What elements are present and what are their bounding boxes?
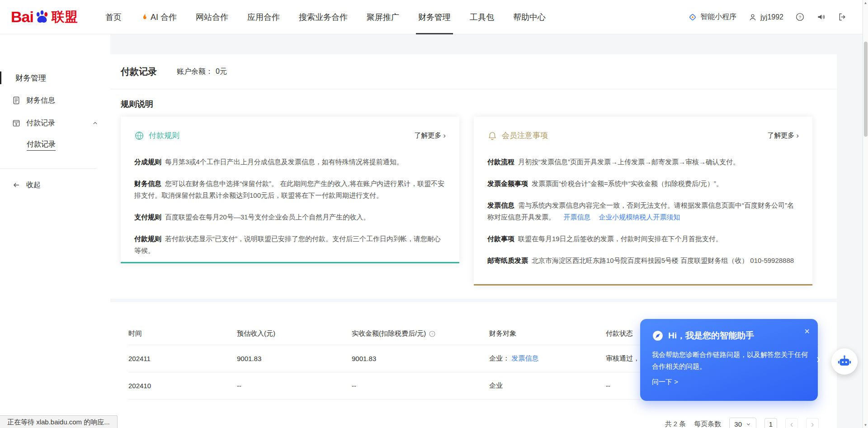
member-notes-card-header: 会员注意事项 了解更多›: [487, 130, 799, 141]
cell-actual: 9001.83: [352, 355, 489, 362]
user-icon: [748, 13, 757, 22]
collapse-arrow-icon: [12, 181, 21, 190]
main-nav: 首页 AI 合作 网站合作 应用合作 搜索业务合作 聚屏推广 财务管理 工具包 …: [96, 0, 555, 34]
assistant-popup: Hi，我是您的智能助手 × 我会帮助您诊断合作链路问题，以及解答您关于任何合作相…: [640, 319, 818, 401]
total-count: 共 2 条: [665, 420, 686, 428]
nav-item-finance[interactable]: 财务管理: [409, 0, 460, 34]
logout-icon[interactable]: [838, 12, 847, 22]
nav-item-ai-coop[interactable]: AI 合作: [131, 0, 186, 34]
col-header-time: 时间: [128, 329, 237, 338]
rule-item: 发票金额事项发票票面“价税合计”金额=系统中“实收金额（扣除税费后/元）”。: [487, 178, 799, 190]
bell-icon: [487, 131, 497, 141]
next-page-icon[interactable]: ›: [806, 418, 819, 428]
svg-text:?: ?: [799, 14, 801, 19]
nav-item-home[interactable]: 首页: [96, 0, 131, 34]
logo-text-bai: Bai: [11, 8, 33, 26]
sidebar: 财务管理 财务信息 付款记录 付款记录: [0, 34, 110, 428]
member-notes-card: 会员注意事项 了解更多› 付款流程月初按“发票信息”页面开具发票→上传发票→邮寄…: [474, 117, 812, 285]
user-account[interactable]: jyj1992: [748, 13, 783, 22]
col-header-estimated: 预估收入(元): [237, 329, 352, 338]
navbar-right: 智能小程序 jyj1992 ?: [688, 12, 847, 22]
cell-time: 202411: [128, 355, 237, 362]
invoice-info-link[interactable]: 发票信息: [511, 354, 538, 362]
baidu-union-logo[interactable]: Bai 联盟: [11, 8, 78, 26]
top-navbar: Bai 联盟 首页 AI 合作 网站合作 应用合作 搜索业务合作 聚屏推广 财务…: [0, 0, 863, 34]
rules-section: 规则说明 付款规则 了解更多›: [110, 90, 837, 299]
browser-status-bar: 正在等待 xlab.baidu.com 的响应...: [0, 415, 118, 428]
chevron-up-icon: [92, 120, 99, 127]
robot-icon: [836, 353, 853, 370]
help-icon[interactable]: ?: [795, 12, 805, 22]
per-page-label: 每页条数: [694, 420, 721, 428]
rule-item: 邮寄纸质发票北京市海淀区西北旺东路10号院百度科技园5号楼 百度联盟财务组（收）…: [487, 255, 799, 266]
nav-item-app-coop[interactable]: 应用合作: [238, 0, 289, 34]
member-notes-more-link[interactable]: 了解更多›: [767, 131, 799, 140]
rule-item: 分成规则每月第3或4个工作日产出上月分成信息及发票信息，如有特殊情况将提前通知。: [134, 156, 446, 168]
document-icon: [12, 96, 21, 105]
sidebar-item-payment-record[interactable]: 付款记录: [0, 112, 110, 134]
prev-page-icon[interactable]: ‹: [785, 418, 798, 428]
account-balance: 账户余额：0元: [177, 67, 227, 76]
scroll-down-icon[interactable]: ▼: [863, 423, 868, 427]
nav-item-website-coop[interactable]: 网站合作: [186, 0, 238, 34]
nav-item-help-center[interactable]: 帮助中心: [504, 0, 555, 34]
per-page-select[interactable]: 30: [729, 418, 756, 428]
nav-item-toolkit[interactable]: 工具包: [460, 0, 504, 34]
vertical-scrollbar[interactable]: ▲ ▼: [863, 0, 868, 428]
balance-value: 0元: [216, 67, 227, 75]
cell-actual: --: [352, 382, 489, 390]
caret-down-icon: [745, 421, 751, 427]
rule-item: 发票信息需与系统内发票信息内容完全一致，否则无法支付。请根据发票信息页面中“百度…: [487, 200, 799, 223]
small-taxpayer-notice-link[interactable]: 企业小规模纳税人开票须知: [599, 213, 680, 221]
compass-icon: [652, 330, 664, 342]
popup-arrow-icon: ›: [816, 352, 821, 366]
cell-time: 202410: [128, 382, 237, 390]
logo-text-union: 联盟: [52, 8, 78, 26]
sidebar-divider: [0, 168, 97, 169]
member-notes-card-body: 付款流程月初按“发票信息”页面开具发票→上传发票→邮寄发票→审核→确认支付。 发…: [487, 156, 799, 266]
sidebar-subitem-payment-record[interactable]: 付款记录: [0, 134, 110, 156]
assistant-robot-button[interactable]: [831, 348, 858, 375]
payment-rules-more-link[interactable]: 了解更多›: [414, 131, 446, 140]
rules-cards: 付款规则 了解更多› 分成规则每月第3或4个工作日产出上月分成信息及发票信息，如…: [121, 117, 837, 285]
nav-item-juping[interactable]: 聚屏推广: [357, 0, 409, 34]
rule-item: 支付规则百度联盟会在每月20号—31号支付企业会员上个自然月产生的收入。: [134, 211, 446, 223]
scroll-up-icon[interactable]: ▲: [863, 1, 868, 5]
nav-item-search-coop[interactable]: 搜索业务合作: [289, 0, 357, 34]
sidebar-collapse-button[interactable]: 收起: [0, 175, 110, 195]
sidebar-item-finance-info[interactable]: 财务信息: [0, 89, 110, 112]
chevron-right-icon: ›: [443, 131, 446, 140]
svg-text:?: ?: [431, 332, 433, 336]
paw-icon: [33, 9, 51, 26]
col-header-actual: 实收金额(扣除税费后/元) ?: [352, 329, 489, 338]
col-header-entity: 财务对象: [489, 329, 606, 338]
cell-estimated: 9001.83: [237, 355, 352, 362]
miniprogram-icon: [688, 13, 697, 22]
chevron-right-icon: ›: [796, 131, 799, 140]
page-title: 付款记录: [121, 66, 157, 78]
speaker-icon[interactable]: [816, 12, 826, 22]
cell-entity: 企业： 发票信息: [489, 354, 606, 363]
rule-item: 付款流程月初按“发票信息”页面开具发票→上传发票→邮寄发票→审核→确认支付。: [487, 156, 799, 168]
pagination: 共 2 条 每页条数 30 1 ‹ ›: [128, 418, 819, 428]
rule-item: 付款规则若付款状态显示“已支付”，说明联盟已安排了您的付款。支付后三个工作日内到…: [134, 233, 446, 257]
payment-rules-card: 付款规则 了解更多› 分成规则每月第3或4个工作日产出上月分成信息及发票信息，如…: [121, 117, 459, 263]
page-header-band: 付款记录 账户余额：0元: [110, 54, 837, 89]
flame-icon: [141, 13, 149, 21]
payment-rules-card-title: 付款规则: [149, 130, 179, 141]
rule-item: 付款事项联盟在每月19日之后签收的发票，付款时间安排在下个月首批支付。: [487, 233, 799, 245]
scrollbar-thumb[interactable]: [864, 42, 868, 137]
globe-icon: [134, 131, 144, 141]
rules-title: 规则说明: [121, 99, 837, 109]
assistant-header: Hi，我是您的智能助手: [652, 330, 806, 342]
close-icon[interactable]: ×: [804, 326, 810, 337]
question-circle-icon[interactable]: ?: [429, 330, 436, 338]
invoice-open-info-link[interactable]: 开票信息: [563, 213, 590, 221]
miniprogram-entry[interactable]: 智能小程序: [688, 12, 736, 22]
payment-rules-card-body: 分成规则每月第3或4个工作日产出上月分成信息及发票信息，如有特殊情况将提前通知。…: [134, 156, 446, 257]
ask-now-link[interactable]: 问一下 >: [652, 378, 678, 386]
page-number-button[interactable]: 1: [764, 418, 777, 428]
rule-item: 财务信息您可以在财务信息中选择“保留付款”。 在此期间您产生的收入,将在账户内进…: [134, 178, 446, 201]
assistant-title: Hi，我是您的智能助手: [668, 330, 754, 342]
sidebar-section-finance: 财务管理: [0, 67, 110, 89]
